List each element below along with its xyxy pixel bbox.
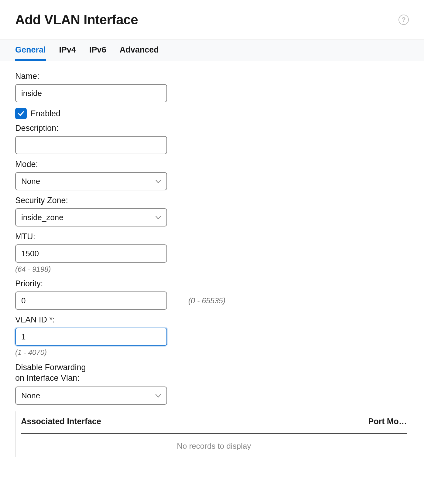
security-zone-value: inside_zone bbox=[21, 213, 156, 222]
description-label: Description: bbox=[15, 124, 415, 133]
tab-ipv6[interactable]: IPv6 bbox=[89, 40, 106, 61]
check-icon bbox=[17, 110, 25, 117]
name-input[interactable] bbox=[15, 84, 167, 102]
enabled-label: Enabled bbox=[30, 109, 60, 118]
table-empty-message: No records to display bbox=[21, 434, 407, 457]
priority-input[interactable] bbox=[15, 291, 167, 310]
security-zone-select[interactable]: inside_zone bbox=[15, 208, 167, 226]
description-input[interactable] bbox=[15, 136, 167, 154]
dialog-title: Add VLAN Interface bbox=[15, 12, 138, 27]
table-col-associated-interface: Associated Interface bbox=[21, 417, 101, 426]
security-zone-label: Security Zone: bbox=[15, 196, 415, 205]
enabled-checkbox[interactable] bbox=[15, 108, 27, 119]
disable-forwarding-value: None bbox=[21, 391, 156, 400]
priority-hint: (0 - 65535) bbox=[188, 296, 225, 305]
tab-advanced[interactable]: Advanced bbox=[120, 40, 159, 61]
table-col-port-mode: Port Mo… bbox=[368, 417, 407, 426]
tab-ipv4[interactable]: IPv4 bbox=[59, 40, 76, 61]
associated-interface-table: Associated Interface Port Mo… No records… bbox=[15, 411, 407, 457]
chevron-down-icon bbox=[156, 178, 161, 185]
disable-forwarding-label: Disable Forwarding on Interface Vlan: bbox=[15, 362, 415, 383]
mtu-input[interactable] bbox=[15, 244, 167, 263]
vlan-id-hint: (1 - 4070) bbox=[15, 348, 415, 357]
mtu-hint: (64 - 9198) bbox=[15, 265, 415, 274]
tab-general[interactable]: General bbox=[15, 40, 46, 61]
name-label: Name: bbox=[15, 72, 415, 81]
general-form: Name: Enabled Description: Mode: None Se… bbox=[15, 61, 415, 457]
tabs-bar: General IPv4 IPv6 Advanced bbox=[0, 39, 424, 61]
mode-value: None bbox=[21, 177, 156, 186]
disable-forwarding-select[interactable]: None bbox=[15, 387, 167, 405]
dialog-header: Add VLAN Interface ? bbox=[15, 12, 415, 27]
help-icon[interactable]: ? bbox=[398, 15, 409, 25]
vlan-id-input[interactable] bbox=[15, 328, 167, 346]
chevron-down-icon bbox=[156, 392, 161, 399]
mode-select[interactable]: None bbox=[15, 172, 167, 190]
priority-label: Priority: bbox=[15, 279, 415, 288]
chevron-down-icon bbox=[156, 214, 161, 221]
vlan-id-label: VLAN ID *: bbox=[15, 315, 415, 325]
mtu-label: MTU: bbox=[15, 232, 415, 241]
mode-label: Mode: bbox=[15, 160, 415, 169]
